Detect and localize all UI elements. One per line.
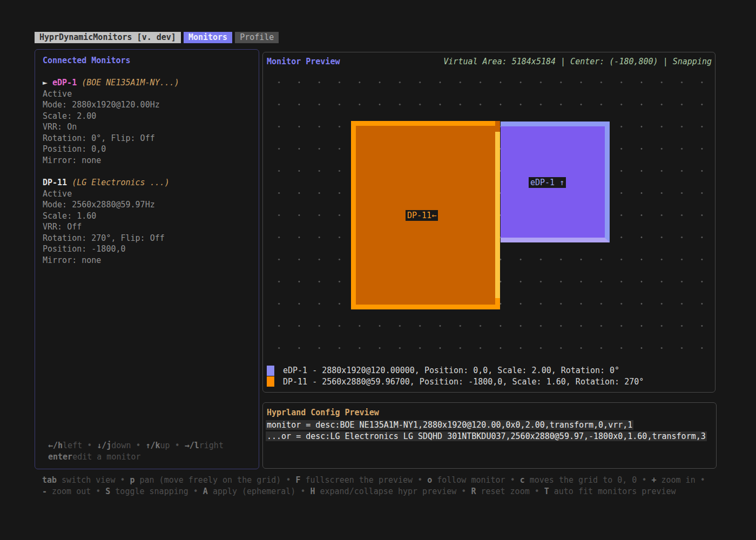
preview-status: Virtual Area: 5184x5184 | Center: (-180,… <box>443 56 712 67</box>
monitor-status: Active <box>43 188 254 200</box>
preview-monitor-dp11[interactable]: DP-11← <box>351 121 500 309</box>
monitor-preview-panel: Monitor Preview Virtual Area: 5184x5184 … <box>262 52 716 393</box>
key-down: ↓/j <box>97 441 111 450</box>
key-A: A <box>203 487 208 496</box>
monitor-vrr: VRR: On <box>43 122 254 133</box>
enter-key-line: enteredit a monitor <box>48 451 224 463</box>
left-panel-keybind-hints: ←/hleft•↓/jdown•↑/kup•→/lright enteredit… <box>48 440 224 463</box>
connected-monitors-title: Connected Monitors <box>43 56 131 65</box>
dp11-snap-edge-highlight <box>495 132 500 298</box>
help-line-1: tabswitch view•ppan (move freely on the … <box>42 475 739 486</box>
help-bar: tabswitch view•ppan (move freely on the … <box>42 475 739 497</box>
monitor-entry-header: ►eDP-1(BOE NE135A1M-NY...) <box>43 77 254 89</box>
tab-bar: HyprDynamicMonitors [v. dev] Monitors Pr… <box>35 32 279 43</box>
legend-row-edp1: eDP-1 - 2880x1920@120.00000, Position: 0… <box>267 365 644 376</box>
app-title: HyprDynamicMonitors [v. dev] <box>35 32 181 43</box>
legend-text: eDP-1 - 2880x1920@120.00000, Position: 0… <box>283 366 619 375</box>
preview-header: Monitor Preview Virtual Area: 5184x5184 … <box>267 56 712 67</box>
key-tab: tab <box>42 475 57 485</box>
config-lines: monitor = desc:BOE NE135A1M-NY1,2880x192… <box>266 420 714 442</box>
selected-arrow-icon: ► <box>43 78 48 87</box>
key-o: o <box>427 475 432 485</box>
key-plus: + <box>651 475 656 485</box>
nav-keys-line: ←/hleft•↓/jdown•↑/kup•→/lright <box>48 440 224 451</box>
monitor-scale: Scale: 1.60 <box>43 211 254 222</box>
monitor-rotation: Rotation: 270°, Flip: Off <box>43 233 254 244</box>
monitor-scale: Scale: 2.00 <box>43 111 254 122</box>
connected-monitors-panel: Connected Monitors ►eDP-1(BOE NE135A1M-N… <box>35 49 259 469</box>
edp1-label: eDP-1 ↑ <box>529 177 566 188</box>
monitor-status: Active <box>43 89 254 100</box>
monitor-list: ►eDP-1(BOE NE135A1M-NY...) Active Mode: … <box>43 77 254 277</box>
monitor-entry-header: DP-11(LG Electronics ...) <box>43 177 254 188</box>
monitor-description: (LG Electronics ...) <box>72 178 170 187</box>
key-c: c <box>520 475 525 485</box>
hyprland-config-panel: Hyprland Config Preview monitor = desc:B… <box>262 402 717 469</box>
monitor-mode: Mode: 2560x2880@59.97Hz <box>43 199 254 211</box>
monitor-rotation: Rotation: 0°, Flip: Off <box>43 133 254 144</box>
key-F: F <box>295 475 300 485</box>
monitor-mirror: Mirror: none <box>43 255 254 266</box>
preview-monitor-edp1[interactable]: eDP-1 ↑ <box>501 122 610 242</box>
config-line: monitor = desc:BOE NE135A1M-NY1,2880x192… <box>266 420 714 431</box>
key-S: S <box>105 487 110 496</box>
dp11-corner-notch <box>495 121 500 132</box>
help-line-2: -zoom out•Stoggle snapping•Aapply (ephem… <box>42 486 739 497</box>
key-T: T <box>544 487 549 496</box>
legend-swatch-edp1 <box>267 366 274 376</box>
monitor-position: Position: 0,0 <box>43 144 254 155</box>
monitor-mode: Mode: 2880x1920@120.00Hz <box>43 99 254 111</box>
preview-legend: eDP-1 - 2880x1920@120.00000, Position: 0… <box>267 365 644 387</box>
legend-swatch-dp11 <box>267 376 274 387</box>
tab-profile[interactable]: Profile <box>235 32 279 43</box>
monitor-name: eDP-1 <box>52 78 77 87</box>
legend-row-dp11: DP-11 - 2560x2880@59.96700, Position: -1… <box>267 376 644 388</box>
monitor-position: Position: -1800,0 <box>43 244 254 255</box>
monitor-description: (BOE NE135A1M-NY...) <box>82 78 179 87</box>
monitor-vrr: VRR: Off <box>43 221 254 233</box>
key-minus: - <box>42 487 47 496</box>
monitor-mirror: Mirror: none <box>43 155 254 166</box>
key-H: H <box>310 487 315 496</box>
monitor-name: DP-11 <box>43 178 67 187</box>
key-right: →/l <box>185 441 199 450</box>
key-enter: enter <box>48 452 72 462</box>
monitor-entry-dp11[interactable]: DP-11(LG Electronics ...) Active Mode: 2… <box>43 177 254 266</box>
dp11-label: DP-11← <box>406 210 438 221</box>
config-line: ...or = desc:LG Electronics LG SDQHD 301… <box>266 431 714 442</box>
key-p: p <box>130 475 134 485</box>
legend-text: DP-11 - 2560x2880@59.96700, Position: -1… <box>283 377 644 387</box>
config-title: Hyprland Config Preview <box>267 408 379 417</box>
key-left: ←/h <box>48 441 63 450</box>
key-R: R <box>471 487 476 496</box>
tab-monitors[interactable]: Monitors <box>184 32 232 43</box>
monitor-entry-edp1[interactable]: ►eDP-1(BOE NE135A1M-NY...) Active Mode: … <box>43 77 254 166</box>
key-up: ↑/k <box>146 441 160 450</box>
preview-title: Monitor Preview <box>267 56 340 67</box>
